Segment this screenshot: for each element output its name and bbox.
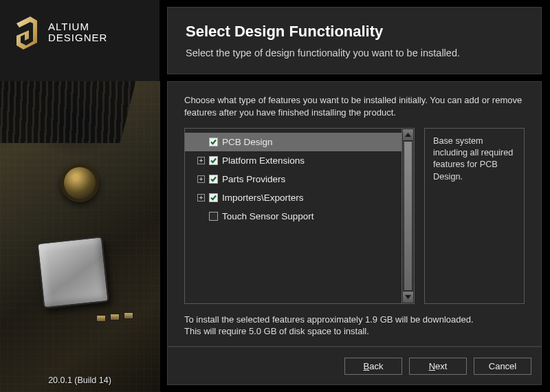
instructions-text: Choose what type of features you want to… [184,94,525,118]
feature-label: Touch Sensor Support [222,211,396,221]
feature-checkbox[interactable] [209,175,218,184]
feature-tree-items: +PCB Design+Platform Extensions+Parts Pr… [185,129,402,303]
footnote-diskspace: This will require 5.0 GB of disk space t… [184,325,525,338]
brand-line2: DESIGNER [48,32,107,43]
expand-icon[interactable]: + [197,175,205,183]
feature-checkbox[interactable] [209,138,218,146]
expand-icon[interactable]: + [197,194,205,202]
expand-icon[interactable]: + [197,157,205,164]
feature-row[interactable]: +Importers\Exporters [185,188,402,207]
sidebar: ALTIUM DESIGNER 20.0.1 (Build 14) [0,0,160,392]
scroll-down-button[interactable] [402,291,414,303]
scroll-up-button[interactable] [402,129,414,141]
brand-logo: ALTIUM DESIGNER [0,0,160,65]
feature-row[interactable]: +Platform Extensions [185,151,402,170]
feature-checkbox[interactable] [209,156,218,165]
feature-label: Platform Extensions [222,155,396,166]
page-title: Select Design Functionality [186,23,523,41]
feature-checkbox[interactable] [209,193,218,202]
feature-row[interactable]: +Touch Sensor Support [185,207,402,226]
header-panel: Select Design Functionality Select the t… [167,7,542,74]
install-size-note: To install the selected features approxi… [184,314,525,338]
next-button[interactable]: Next [409,358,467,375]
footer-bar: Back Next Cancel [167,347,542,385]
page-subtitle: Select the type of design functionality … [186,47,523,58]
sidebar-artwork [0,81,160,392]
altium-logo-icon [11,15,41,50]
scroll-thumb[interactable] [404,141,412,291]
footnote-download: To install the selected features approxi… [184,314,525,326]
version-label: 20.0.1 (Build 14) [0,375,160,385]
body-panel: Choose what type of features you want to… [167,81,542,347]
feature-row[interactable]: +Parts Providers [185,170,402,188]
feature-label: PCB Design [222,137,396,147]
feature-label: Importers\Exporters [222,193,396,203]
cancel-button[interactable]: Cancel [474,358,531,375]
feature-row[interactable]: +PCB Design [185,133,402,151]
feature-selection-area: +PCB Design+Platform Extensions+Parts Pr… [184,128,525,304]
brand-text: ALTIUM DESIGNER [48,21,107,43]
feature-tree-scrollbar[interactable] [402,129,414,303]
feature-label: Parts Providers [222,174,396,184]
feature-tree: +PCB Design+Platform Extensions+Parts Pr… [184,128,415,304]
feature-description: Base system including all required featu… [424,128,525,304]
scroll-track[interactable] [402,141,414,291]
brand-line1: ALTIUM [48,21,107,32]
content-area: Select Design Functionality Select the t… [160,0,550,392]
feature-checkbox[interactable] [209,212,218,221]
installer-window: ALTIUM DESIGNER 20.0.1 (Build 14) Select… [0,0,550,392]
back-button[interactable]: Back [344,358,402,375]
